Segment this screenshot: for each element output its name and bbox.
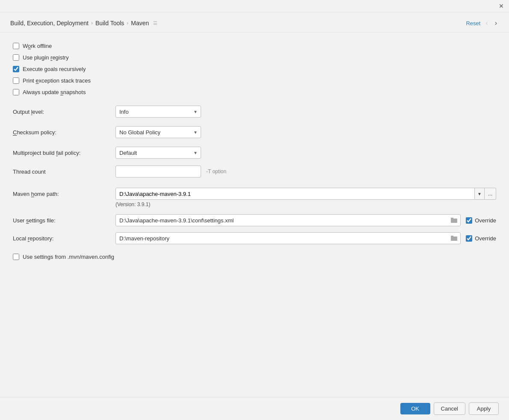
output-level-label: Output level:	[13, 109, 115, 115]
dialog-container: Build, Execution, Deployment › Build Too…	[0, 12, 509, 420]
thread-count-input[interactable]	[115, 166, 201, 177]
checksum-policy-select[interactable]: No Global Policy Warn Fail Ignore	[115, 126, 201, 138]
use-plugin-registry-label[interactable]: Use plugin registry	[23, 54, 69, 61]
user-settings-override-checkbox[interactable]	[466, 217, 472, 224]
nav-back-button[interactable]: ‹	[484, 18, 489, 28]
use-plugin-registry-checkbox[interactable]	[13, 54, 19, 61]
local-repository-row: Local repository: Override	[13, 232, 496, 244]
maven-version-text: (Version: 3.9.1)	[115, 201, 496, 207]
local-repository-input[interactable]	[116, 234, 449, 243]
maven-home-dropdown-button[interactable]: ▼	[475, 188, 485, 200]
breadcrumb-menu-icon[interactable]: ☰	[153, 21, 157, 26]
breadcrumb-sep2: ›	[127, 20, 128, 26]
content-area: Work offline Use plugin registry Execute…	[0, 33, 509, 397]
always-update-row: Always update snapshots	[13, 89, 496, 95]
execute-goals-row: Execute goals recursively	[13, 66, 496, 72]
thread-count-row: Thread count -T option	[13, 166, 496, 177]
user-settings-override-label[interactable]: Override	[475, 217, 496, 224]
checksum-policy-label: Checksum policy:	[13, 129, 115, 136]
execute-goals-label[interactable]: Execute goals recursively	[23, 66, 86, 72]
print-exception-label[interactable]: Print exception stack traces	[23, 77, 91, 84]
svg-rect-2	[451, 237, 457, 241]
t-option-hint: -T option	[206, 169, 226, 175]
local-repository-override-label[interactable]: Override	[475, 235, 496, 242]
thread-count-label: Thread count	[13, 169, 115, 175]
work-offline-label[interactable]: Work offline	[23, 43, 52, 49]
local-repository-label: Local repository:	[13, 235, 115, 242]
output-level-row: Output level: Info Debug Warning Error ▼	[13, 106, 496, 118]
breadcrumb: Build, Execution, Deployment › Build Too…	[10, 20, 157, 27]
execute-goals-checkbox[interactable]	[13, 66, 19, 72]
local-repository-browse-button[interactable]	[449, 234, 459, 242]
reset-button[interactable]: Reset	[466, 20, 480, 27]
always-update-label[interactable]: Always update snapshots	[23, 89, 86, 95]
use-settings-mvn-checkbox[interactable]	[13, 254, 19, 260]
footer-bar: OK Cancel Apply	[0, 397, 509, 420]
user-settings-input-wrapper	[115, 214, 461, 226]
svg-rect-1	[451, 218, 453, 219]
user-settings-row: User settings file: Override	[13, 214, 496, 226]
local-repository-input-wrapper	[115, 232, 461, 244]
multiproject-fail-row: Multiproject build fail policy: Default …	[13, 147, 496, 159]
svg-rect-3	[451, 236, 453, 237]
print-exception-row: Print exception stack traces	[13, 77, 496, 84]
user-settings-browse-button[interactable]	[449, 216, 459, 224]
maven-home-input[interactable]	[115, 188, 475, 200]
header-actions: Reset ‹ ›	[466, 18, 499, 28]
local-repository-override-wrapper: Override	[466, 235, 496, 242]
output-level-select[interactable]: Info Debug Warning Error	[115, 106, 201, 118]
title-bar: ✕	[0, 0, 509, 12]
use-plugin-registry-row: Use plugin registry	[13, 54, 496, 61]
checksum-policy-row: Checksum policy: No Global Policy Warn F…	[13, 126, 496, 138]
breadcrumb-part1: Build, Execution, Deployment	[10, 20, 89, 27]
user-settings-input[interactable]	[116, 216, 449, 225]
svg-rect-0	[451, 219, 457, 223]
always-update-checkbox[interactable]	[13, 89, 19, 95]
local-repository-override-checkbox[interactable]	[466, 235, 472, 242]
user-settings-override-wrapper: Override	[466, 217, 496, 224]
output-level-dropdown-wrapper: Info Debug Warning Error ▼	[115, 106, 201, 118]
multiproject-fail-dropdown-wrapper: Default At End Never ▼	[115, 147, 201, 159]
use-settings-mvn-label[interactable]: Use settings from .mvn/maven.config	[23, 254, 114, 260]
work-offline-row: Work offline	[13, 43, 496, 49]
print-exception-checkbox[interactable]	[13, 77, 19, 84]
maven-home-label: Maven home path:	[13, 191, 115, 197]
breadcrumb-part3: Maven	[131, 20, 149, 27]
user-settings-label: User settings file:	[13, 217, 115, 224]
checksum-policy-dropdown-wrapper: No Global Policy Warn Fail Ignore ▼	[115, 126, 201, 138]
multiproject-fail-label: Multiproject build fail policy:	[13, 150, 115, 156]
breadcrumb-part2[interactable]: Build Tools	[95, 20, 124, 27]
ok-button[interactable]: OK	[400, 403, 430, 414]
use-settings-mvn-row: Use settings from .mvn/maven.config	[13, 254, 496, 260]
maven-home-browse-button[interactable]: ...	[485, 188, 496, 200]
header-bar: Build, Execution, Deployment › Build Too…	[0, 12, 509, 33]
maven-home-input-group: ▼ ...	[115, 188, 496, 200]
multiproject-fail-select[interactable]: Default At End Never	[115, 147, 201, 159]
maven-home-row: Maven home path: ▼ ...	[13, 188, 496, 200]
work-offline-checkbox[interactable]	[13, 43, 19, 49]
breadcrumb-sep1: ›	[91, 20, 93, 26]
apply-button[interactable]: Apply	[469, 402, 499, 415]
cancel-button[interactable]: Cancel	[434, 402, 465, 415]
close-button[interactable]: ✕	[497, 2, 506, 10]
nav-forward-button[interactable]: ›	[493, 18, 499, 28]
